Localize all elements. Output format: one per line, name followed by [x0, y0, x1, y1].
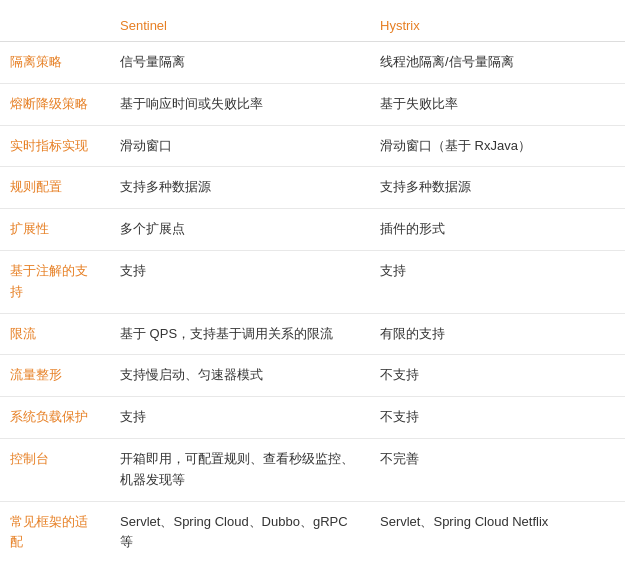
table-row: 流量整形支持慢启动、匀速器模式不支持 [0, 355, 625, 397]
table-row: 熔断降级策略基于响应时间或失败比率基于失败比率 [0, 83, 625, 125]
cell-sentinel: 基于响应时间或失败比率 [110, 83, 370, 125]
cell-feature: 熔断降级策略 [0, 83, 110, 125]
table-row: 基于注解的支持支持支持 [0, 250, 625, 313]
table-row: 扩展性多个扩展点插件的形式 [0, 209, 625, 251]
cell-feature: 系统负载保护 [0, 397, 110, 439]
cell-feature: 规则配置 [0, 167, 110, 209]
table-row: 规则配置支持多种数据源支持多种数据源 [0, 167, 625, 209]
cell-feature: 常见框架的适配 [0, 501, 110, 563]
header-hystrix: Hystrix [370, 10, 625, 42]
cell-feature: 流量整形 [0, 355, 110, 397]
cell-sentinel: 滑动窗口 [110, 125, 370, 167]
cell-hystrix: 不完善 [370, 438, 625, 501]
table-row: 常见框架的适配Servlet、Spring Cloud、Dubbo、gRPC 等… [0, 501, 625, 563]
comparison-table: Sentinel Hystrix 隔离策略信号量隔离线程池隔离/信号量隔离熔断降… [0, 10, 625, 563]
header-feature [0, 10, 110, 42]
table-row: 限流基于 QPS，支持基于调用关系的限流有限的支持 [0, 313, 625, 355]
cell-feature: 控制台 [0, 438, 110, 501]
cell-sentinel: 基于 QPS，支持基于调用关系的限流 [110, 313, 370, 355]
cell-sentinel: Servlet、Spring Cloud、Dubbo、gRPC 等 [110, 501, 370, 563]
cell-hystrix: Servlet、Spring Cloud Netflix [370, 501, 625, 563]
cell-feature: 实时指标实现 [0, 125, 110, 167]
cell-hystrix: 线程池隔离/信号量隔离 [370, 42, 625, 84]
cell-sentinel: 支持 [110, 397, 370, 439]
cell-hystrix: 不支持 [370, 355, 625, 397]
cell-sentinel: 支持慢启动、匀速器模式 [110, 355, 370, 397]
table-row: 实时指标实现滑动窗口滑动窗口（基于 RxJava） [0, 125, 625, 167]
table-row: 控制台开箱即用，可配置规则、查看秒级监控、机器发现等不完善 [0, 438, 625, 501]
cell-sentinel: 开箱即用，可配置规则、查看秒级监控、机器发现等 [110, 438, 370, 501]
cell-hystrix: 插件的形式 [370, 209, 625, 251]
cell-hystrix: 不支持 [370, 397, 625, 439]
cell-sentinel: 支持多种数据源 [110, 167, 370, 209]
cell-hystrix: 支持多种数据源 [370, 167, 625, 209]
cell-feature: 限流 [0, 313, 110, 355]
cell-sentinel: 支持 [110, 250, 370, 313]
cell-hystrix: 支持 [370, 250, 625, 313]
cell-hystrix: 有限的支持 [370, 313, 625, 355]
cell-sentinel: 信号量隔离 [110, 42, 370, 84]
cell-feature: 隔离策略 [0, 42, 110, 84]
table-row: 系统负载保护支持不支持 [0, 397, 625, 439]
main-container: Sentinel Hystrix 隔离策略信号量隔离线程池隔离/信号量隔离熔断降… [0, 0, 625, 564]
cell-hystrix: 基于失败比率 [370, 83, 625, 125]
cell-sentinel: 多个扩展点 [110, 209, 370, 251]
cell-hystrix: 滑动窗口（基于 RxJava） [370, 125, 625, 167]
header-sentinel: Sentinel [110, 10, 370, 42]
cell-feature: 基于注解的支持 [0, 250, 110, 313]
table-row: 隔离策略信号量隔离线程池隔离/信号量隔离 [0, 42, 625, 84]
cell-feature: 扩展性 [0, 209, 110, 251]
